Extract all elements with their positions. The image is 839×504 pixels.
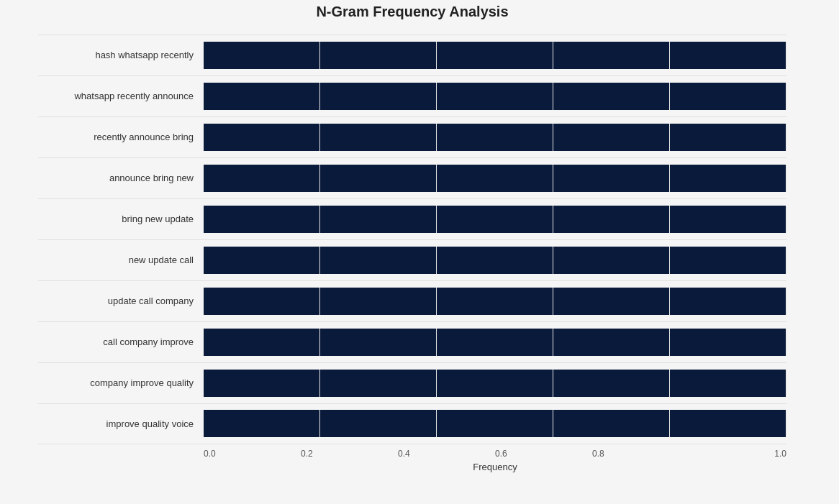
bar-fill: [204, 370, 786, 397]
bar-track: [204, 124, 786, 151]
bar-row: improve quality voice: [38, 403, 786, 444]
bar-row: company improve quality: [38, 362, 786, 403]
bar-label: company improve quality: [38, 377, 204, 388]
bar-label: call company improve: [38, 336, 204, 347]
bar-track: [204, 165, 786, 192]
bar-label: improve quality voice: [38, 418, 204, 429]
x-tick: 0.6: [495, 449, 592, 459]
x-axis-label: Frequency: [204, 462, 786, 472]
bar-fill: [204, 83, 786, 110]
x-tick: 0.4: [398, 449, 495, 459]
bar-row: announce bring new: [38, 157, 786, 198]
bar-row: update call company: [38, 280, 786, 321]
bar-row: call company improve: [38, 321, 786, 362]
bar-track: [204, 288, 786, 315]
x-axis: 0.00.20.40.60.81.0: [204, 449, 786, 459]
chart-container: N-Gram Frequency Analysis hash whatsapp …: [24, 0, 815, 504]
bar-label: whatsapp recently announce: [38, 91, 204, 101]
bar-fill: [204, 247, 786, 274]
bar-label: announce bring new: [38, 173, 204, 183]
bar-label: update call company: [38, 295, 204, 306]
bar-row: bring new update: [38, 198, 786, 239]
bar-track: [204, 42, 786, 69]
bar-label: bring new update: [38, 214, 204, 224]
bar-track: [204, 410, 786, 437]
bar-fill: [204, 288, 786, 315]
bar-label: recently announce bring: [38, 132, 204, 142]
bar-track: [204, 206, 786, 233]
bar-track: [204, 83, 786, 110]
bar-label: hash whatsapp recently: [38, 50, 204, 60]
bar-track: [204, 370, 786, 397]
bar-fill: [204, 165, 786, 192]
bar-fill: [204, 124, 786, 151]
bar-track: [204, 247, 786, 274]
x-tick: 0.2: [301, 449, 398, 459]
x-tick: 1.0: [689, 449, 786, 459]
bar-row: new update call: [38, 239, 786, 280]
bar-row: whatsapp recently announce: [38, 75, 786, 116]
bar-label: new update call: [38, 255, 204, 265]
bar-row: recently announce bring: [38, 116, 786, 157]
bar-fill: [204, 410, 786, 437]
bar-fill: [204, 206, 786, 233]
chart-area: hash whatsapp recentlywhatsapp recently …: [38, 35, 786, 444]
chart-title: N-Gram Frequency Analysis: [38, 4, 786, 20]
x-tick: 0.8: [592, 449, 689, 459]
bar-fill: [204, 42, 786, 69]
bar-fill: [204, 329, 786, 356]
bar-row: hash whatsapp recently: [38, 35, 786, 75]
x-tick: 0.0: [204, 449, 301, 459]
bar-track: [204, 329, 786, 356]
